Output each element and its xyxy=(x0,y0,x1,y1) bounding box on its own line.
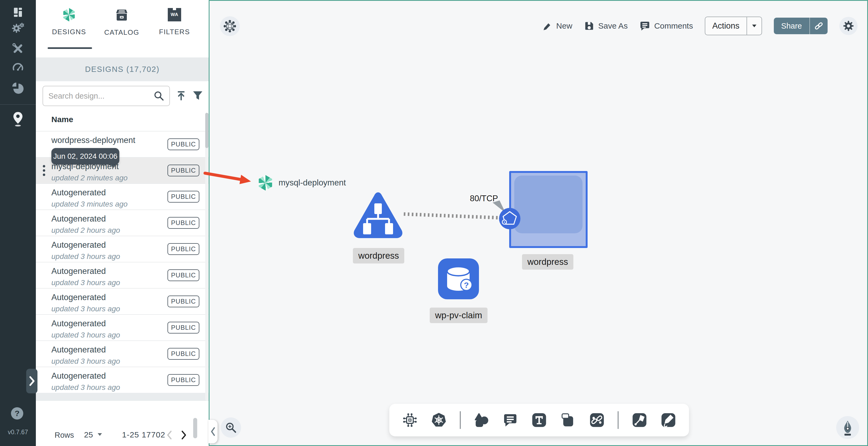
link-tool[interactable] xyxy=(589,412,605,428)
design-row[interactable]: Autogeneratedupdated 3 hours agoPUBLIC xyxy=(36,288,209,315)
help-glyph: ? xyxy=(15,409,20,418)
row-menu-icon[interactable] xyxy=(43,165,45,176)
design-row[interactable]: Autogeneratedupdated 3 hours agoPUBLIC xyxy=(36,341,209,367)
list-scrollbar-track[interactable] xyxy=(205,113,209,401)
list-scrollbar-thumb[interactable] xyxy=(205,113,209,148)
service-triangle-icon xyxy=(352,190,404,239)
gears-icon xyxy=(11,22,25,35)
dashboard-icon xyxy=(12,6,24,19)
pen-mode-button[interactable] xyxy=(836,416,859,439)
edge-draw-tool[interactable] xyxy=(632,412,647,428)
wordpress-deployment-node[interactable] xyxy=(509,171,588,248)
component-tool[interactable] xyxy=(402,412,418,428)
chevron-down-icon xyxy=(752,24,757,28)
pentagon-icon xyxy=(499,208,520,229)
new-button-label: New xyxy=(556,22,572,31)
node-label: wp-pv-claim xyxy=(430,308,488,323)
comments-button[interactable]: Comments xyxy=(640,21,693,31)
design-row[interactable]: Autogeneratedupdated 3 hours agoPUBLIC xyxy=(36,236,209,263)
design-canvas[interactable]: New Save As Comments xyxy=(209,0,868,446)
comment-icon xyxy=(503,413,518,427)
canvas-settings-button[interactable] xyxy=(839,17,858,35)
next-page-button[interactable] xyxy=(180,429,187,442)
port-badge[interactable] xyxy=(499,208,520,229)
design-row[interactable]: Autogeneratedupdated 3 hours agoPUBLIC xyxy=(36,367,209,393)
pencil-draw-icon xyxy=(661,413,676,427)
tab-designs[interactable]: DESIGNS xyxy=(43,8,94,36)
freehand-draw-tool[interactable] xyxy=(661,412,676,428)
node-shape-tool[interactable] xyxy=(560,412,576,428)
comment-tool[interactable] xyxy=(502,412,518,428)
panel-scrollbar-thumb[interactable] xyxy=(193,418,197,438)
column-header-name: Name xyxy=(51,115,73,124)
active-tab-indicator xyxy=(48,47,92,49)
rows-per-page-caret[interactable] xyxy=(97,433,103,438)
help-button[interactable]: ? xyxy=(11,407,23,419)
save-as-button[interactable]: Save As xyxy=(584,21,628,31)
share-split-button[interactable]: Share xyxy=(774,18,828,34)
visibility-badge: PUBLIC xyxy=(167,191,199,203)
gear-icon xyxy=(843,20,854,32)
tab-designs-label: DESIGNS xyxy=(52,28,86,36)
save-as-button-label: Save As xyxy=(598,22,628,31)
sidebar-item-lifecycle[interactable] xyxy=(11,22,25,35)
share-button-label[interactable]: Share xyxy=(774,18,809,34)
design-row[interactable]: Autogeneratedupdated 2 hours agoPUBLIC xyxy=(36,210,209,236)
copy-link-button[interactable] xyxy=(809,18,828,34)
upload-design-button[interactable] xyxy=(175,90,187,102)
zoom-in-button[interactable] xyxy=(221,417,241,438)
app-sidebar: ? v0.7.67 xyxy=(0,0,36,446)
comments-button-label: Comments xyxy=(654,22,693,31)
design-row[interactable]: Autogeneratedupdated 3 hours agoPUBLIC xyxy=(36,315,209,341)
save-icon xyxy=(584,21,594,31)
tab-catalog[interactable]: CATALOG xyxy=(96,8,147,37)
unknown-glyph: ? xyxy=(464,281,469,289)
canvas-design-item-label: mysql-deployment xyxy=(279,178,346,187)
toolbar-divider xyxy=(618,411,618,429)
sidebar-expand-handle[interactable] xyxy=(26,369,37,393)
actions-button-label[interactable]: Actions xyxy=(705,17,746,35)
panel-collapse-flap[interactable] xyxy=(209,420,218,443)
design-row[interactable]: Autogeneratedupdated 3 hours agoPUBLIC xyxy=(36,263,209,288)
edge-port-label: 80/TCP xyxy=(470,194,498,203)
chain-link-icon xyxy=(589,413,604,427)
rows-per-page-select[interactable]: 25 xyxy=(84,430,93,439)
chevron-right-icon xyxy=(180,429,187,441)
shapes-tool[interactable] xyxy=(474,412,489,428)
node-label: wordpress xyxy=(522,254,574,270)
visibility-badge: PUBLIC xyxy=(167,217,199,229)
layout-hub-button[interactable] xyxy=(220,16,240,36)
prev-page-button[interactable] xyxy=(166,429,173,442)
wp-pv-claim-node[interactable]: ? xyxy=(438,259,479,299)
actions-split-button[interactable]: Actions xyxy=(705,16,762,35)
kubernetes-tool[interactable] xyxy=(431,412,446,428)
actions-dropdown-toggle[interactable] xyxy=(746,17,762,35)
map-pin-icon xyxy=(11,111,25,127)
filters-wasm-text: WA xyxy=(171,12,178,18)
visibility-badge: PUBLIC xyxy=(167,269,199,281)
tab-filters[interactable]: WA FILTERS xyxy=(149,8,200,36)
filter-list-button[interactable] xyxy=(192,90,204,102)
wordpress-service-node[interactable] xyxy=(352,190,404,240)
design-row[interactable]: Autogeneratedupdated 3 minutes agoPUBLIC xyxy=(36,184,209,210)
visibility-badge: PUBLIC xyxy=(167,374,199,386)
meshmap-app: New Save As Comments xyxy=(0,0,868,446)
sidebar-item-extensions[interactable] xyxy=(11,82,25,96)
text-icon xyxy=(532,413,547,427)
sidebar-item-configuration[interactable] xyxy=(11,42,25,56)
canvas-design-item[interactable]: mysql-deployment xyxy=(258,175,346,191)
service-edge[interactable] xyxy=(404,214,500,218)
visibility-badge: PUBLIC xyxy=(167,165,199,176)
sidebar-divider xyxy=(0,104,36,105)
component-icon xyxy=(402,412,418,428)
new-button[interactable]: New xyxy=(542,21,572,31)
designs-panel: DESIGNS CATALOG WA FILTERS DESIGNS (17,7… xyxy=(36,0,209,446)
search-input[interactable] xyxy=(42,86,170,106)
sidebar-item-performance[interactable] xyxy=(11,60,25,74)
sidebar-item-meshmap[interactable] xyxy=(11,111,25,127)
link-icon xyxy=(814,22,823,31)
sidebar-item-dashboard[interactable] xyxy=(11,5,25,19)
visibility-badge: PUBLIC xyxy=(167,138,199,150)
text-tool[interactable] xyxy=(531,412,547,428)
volume-claim-icon: ? xyxy=(438,259,479,299)
